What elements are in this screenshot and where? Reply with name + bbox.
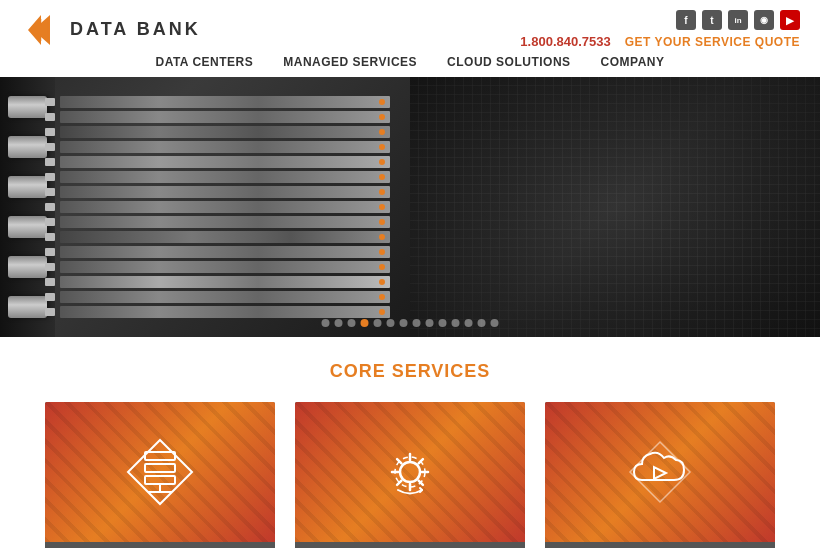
svg-point-8 <box>400 462 420 482</box>
svg-rect-4 <box>145 476 175 484</box>
nav-cloud-solutions[interactable]: CLOUD SOLUTIONS <box>447 55 571 69</box>
cloud-solutions-icon <box>620 432 700 512</box>
slider-dot[interactable] <box>478 319 486 327</box>
mesh-overlay <box>410 77 820 337</box>
facebook-icon[interactable]: f <box>676 10 696 30</box>
social-icons: f t in ◉ ▶ <box>676 10 800 30</box>
rack-unit <box>60 201 390 213</box>
data-centers-label: DATA CENTERS LEARN MORE <box>45 542 275 548</box>
svg-rect-2 <box>145 452 175 460</box>
slider-dot[interactable] <box>387 319 395 327</box>
rack-unit <box>60 141 390 153</box>
core-services-section: CORE SERVICES DATA CENTERS LEARN MORE <box>0 337 820 548</box>
twitter-icon[interactable]: t <box>702 10 722 30</box>
logo-icon <box>20 11 62 49</box>
managed-services-icon-area <box>295 402 525 542</box>
managed-services-icon <box>370 432 450 512</box>
phone-number[interactable]: 1.800.840.7533 <box>520 34 610 49</box>
data-centers-icon-area <box>45 402 275 542</box>
slider-dot[interactable] <box>426 319 434 327</box>
svg-marker-10 <box>654 467 666 479</box>
core-services-title: CORE SERVICES <box>30 361 790 382</box>
svg-rect-3 <box>145 464 175 472</box>
rss-icon[interactable]: ◉ <box>754 10 774 30</box>
slider-dots <box>322 319 499 327</box>
cloud-solutions-label: CLOUD SOLUTIONS LEARN MORE <box>545 542 775 548</box>
rack-unit <box>60 246 390 258</box>
slider-dot[interactable] <box>348 319 356 327</box>
managed-services-label: MANAGED SERVICES LEARN MORE <box>295 542 525 548</box>
rack-unit <box>60 291 390 303</box>
linkedin-icon[interactable]: in <box>728 10 748 30</box>
rack-unit <box>60 216 390 228</box>
hero-right-panel <box>410 77 820 337</box>
hero-background <box>0 77 820 337</box>
header-right: f t in ◉ ▶ 1.800.840.7533 GET YOUR SERVI… <box>520 10 800 49</box>
get-quote-link[interactable]: GET YOUR SERVICE QUOTE <box>625 35 800 49</box>
contact-line: 1.800.840.7533 GET YOUR SERVICE QUOTE <box>520 34 800 49</box>
youtube-icon[interactable]: ▶ <box>780 10 800 30</box>
services-grid: DATA CENTERS LEARN MORE MANAGED SE <box>30 402 790 548</box>
hero-left-panel <box>0 77 410 337</box>
rack-unit <box>60 306 390 318</box>
rack-unit <box>60 126 390 138</box>
slider-dot[interactable] <box>413 319 421 327</box>
nav-managed-services[interactable]: MANAGED SERVICES <box>283 55 417 69</box>
slider-dot[interactable] <box>465 319 473 327</box>
nav-company[interactable]: COMPANY <box>601 55 665 69</box>
rack-unit <box>60 276 390 288</box>
slider-dot[interactable] <box>335 319 343 327</box>
slider-dot[interactable] <box>400 319 408 327</box>
slider-dot[interactable] <box>491 319 499 327</box>
nav-bar: DATA CENTERS MANAGED SERVICES CLOUD SOLU… <box>0 49 820 77</box>
svg-marker-11 <box>630 442 690 502</box>
rack-unit <box>60 171 390 183</box>
rack-unit <box>60 186 390 198</box>
server-rack <box>0 77 410 337</box>
logo-text: DATA BANK <box>70 19 201 40</box>
slider-dot[interactable] <box>439 319 447 327</box>
rack-unit <box>60 111 390 123</box>
rack-unit <box>60 96 390 108</box>
header: DATA BANK f t in ◉ ▶ 1.800.840.7533 GET … <box>0 0 820 49</box>
slider-dot[interactable] <box>452 319 460 327</box>
service-card-cloud-solutions[interactable]: CLOUD SOLUTIONS LEARN MORE <box>545 402 775 548</box>
rack-unit <box>60 156 390 168</box>
data-center-icon <box>120 432 200 512</box>
svg-marker-0 <box>28 15 50 45</box>
rack-unit <box>60 231 390 243</box>
slider-dot[interactable] <box>322 319 330 327</box>
logo[interactable]: DATA BANK <box>20 11 201 49</box>
slider-dot[interactable] <box>374 319 382 327</box>
service-card-managed-services[interactable]: MANAGED SERVICES LEARN MORE <box>295 402 525 548</box>
service-card-data-centers[interactable]: DATA CENTERS LEARN MORE <box>45 402 275 548</box>
nav-data-centers[interactable]: DATA CENTERS <box>155 55 253 69</box>
rack-unit <box>60 261 390 273</box>
slider-dot-active[interactable] <box>361 319 369 327</box>
hero-slider <box>0 77 820 337</box>
cloud-solutions-icon-area <box>545 402 775 542</box>
